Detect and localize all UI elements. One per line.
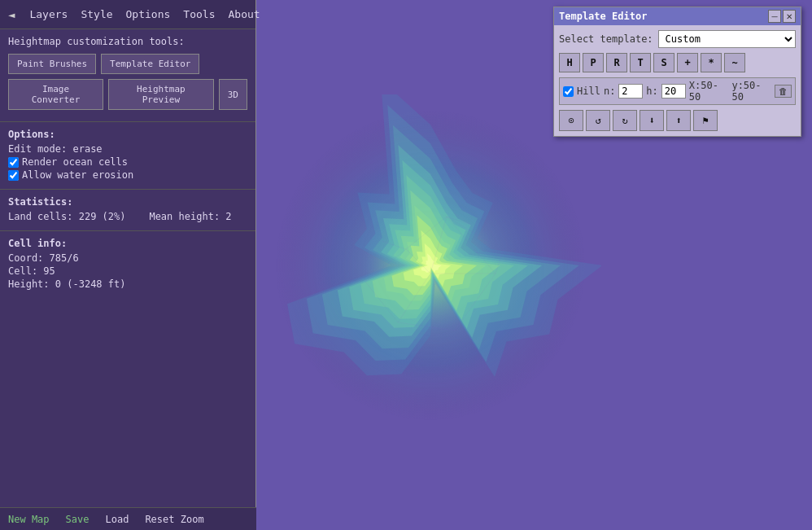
te-type-tilde[interactable]: ~ [724, 53, 745, 72]
te-type-r[interactable]: R [606, 53, 627, 72]
edit-mode-label: Edit mode: erase [8, 143, 247, 155]
cell-coord: Coord: 785/6 [8, 252, 247, 264]
te-type-plus[interactable]: + [677, 53, 698, 72]
te-layer-name: Hill [577, 85, 600, 97]
te-n-label: n: [604, 85, 615, 97]
te-y-label: y:50-50 [731, 80, 771, 103]
toolbar-section: Heightmap customization tools: Paint Bru… [0, 29, 255, 122]
te-select-row: Select template: Custom Default Archipel… [559, 30, 796, 48]
te-type-star[interactable]: * [701, 53, 722, 72]
cell-height: Height: 0 (-3248 ft) [8, 278, 247, 290]
te-h-label: h: [646, 85, 657, 97]
allow-erosion-checkbox[interactable] [8, 170, 19, 181]
cellinfo-title: Cell info: [8, 238, 247, 249]
te-template-select[interactable]: Custom Default Archipelago Continent Isl… [658, 30, 796, 48]
te-close-button[interactable]: ✕ [783, 10, 796, 23]
te-delete-layer-button[interactable]: 🗑 [775, 85, 792, 98]
heightmap-canvas [260, 94, 601, 436]
te-minimize-button[interactable]: ─ [768, 10, 781, 23]
te-flag-button[interactable]: ⚑ [693, 110, 718, 131]
te-x-label: X:50-50 [689, 80, 729, 103]
te-titlebar: Template Editor ─ ✕ [554, 7, 801, 25]
te-undo-button[interactable]: ↺ [586, 110, 610, 131]
back-arrow-btn[interactable]: ◄ [3, 5, 20, 24]
3d-button[interactable]: 3D [219, 79, 247, 110]
menu-tools[interactable]: Tools [177, 5, 221, 24]
menu-options[interactable]: Options [120, 5, 177, 24]
sidebar: ◄ Layers Style Options Tools About Heigh… [0, 0, 256, 530]
te-body: Select template: Custom Default Archipel… [554, 25, 801, 136]
stats-section: Statistics: Land cells: 229 (2%) Mean he… [0, 190, 255, 231]
cellinfo-section: Cell info: Coord: 785/6 Cell: 95 Height:… [0, 231, 255, 298]
menu-style[interactable]: Style [74, 5, 119, 24]
template-editor-window: Template Editor ─ ✕ Select template: Cus… [553, 7, 801, 137]
heightmap-preview-button[interactable]: Heightmap Preview [108, 79, 214, 110]
menu-layers[interactable]: Layers [23, 5, 74, 24]
options-title: Options: [8, 129, 247, 140]
te-title: Template Editor [559, 11, 647, 22]
te-action-row: ⊙ ↺ ↻ ⬇ ⬆ ⚑ [559, 110, 796, 131]
image-converter-button[interactable]: Image Converter [8, 79, 103, 110]
paint-brushes-button[interactable]: Paint Brushes [8, 54, 96, 74]
menu-about[interactable]: About [221, 5, 266, 24]
load-button[interactable]: Load [105, 514, 129, 525]
te-layer-checkbox[interactable] [563, 86, 574, 97]
render-ocean-label: Render ocean cells [22, 156, 128, 168]
menubar: ◄ Layers Style Options Tools About [0, 0, 255, 29]
allow-erosion-label: Allow water erosion [22, 169, 133, 181]
stats-title: Statistics: [8, 196, 247, 208]
te-download-button[interactable]: ⬇ [640, 110, 664, 131]
render-ocean-option: Render ocean cells [8, 156, 247, 168]
te-titlebar-controls: ─ ✕ [768, 10, 796, 23]
te-type-p[interactable]: P [583, 53, 604, 72]
te-upload-button[interactable]: ⬆ [666, 110, 691, 131]
cell-number: Cell: 95 [8, 265, 247, 277]
reset-zoom-button[interactable]: Reset Zoom [145, 514, 203, 525]
toolbar-title: Heightmap customization tools: [8, 36, 247, 47]
te-type-s[interactable]: S [653, 53, 674, 72]
te-type-h[interactable]: H [559, 53, 580, 72]
te-type-t[interactable]: T [630, 53, 651, 72]
save-button[interactable]: Save [66, 514, 89, 525]
te-buttons-row: H P R T S + * ~ [559, 53, 796, 72]
te-n-value[interactable] [618, 84, 643, 99]
options-section: Options: Edit mode: erase Render ocean c… [0, 122, 255, 190]
te-target-button[interactable]: ⊙ [559, 110, 583, 131]
te-redo-button[interactable]: ↻ [613, 110, 637, 131]
land-cells-stat: Land cells: 229 (2%) Mean height: 2 [8, 211, 247, 222]
te-h-value[interactable] [661, 84, 686, 99]
te-layer-row: Hill n: h: X:50-50 y:50-50 🗑 [559, 77, 796, 105]
te-select-label: Select template: [559, 33, 653, 45]
bottom-bar: New Map Save Load Reset Zoom [0, 507, 256, 530]
template-editor-button[interactable]: Template Editor [101, 54, 199, 74]
render-ocean-checkbox[interactable] [8, 157, 19, 168]
allow-erosion-option: Allow water erosion [8, 169, 247, 181]
new-map-button[interactable]: New Map [8, 514, 50, 525]
